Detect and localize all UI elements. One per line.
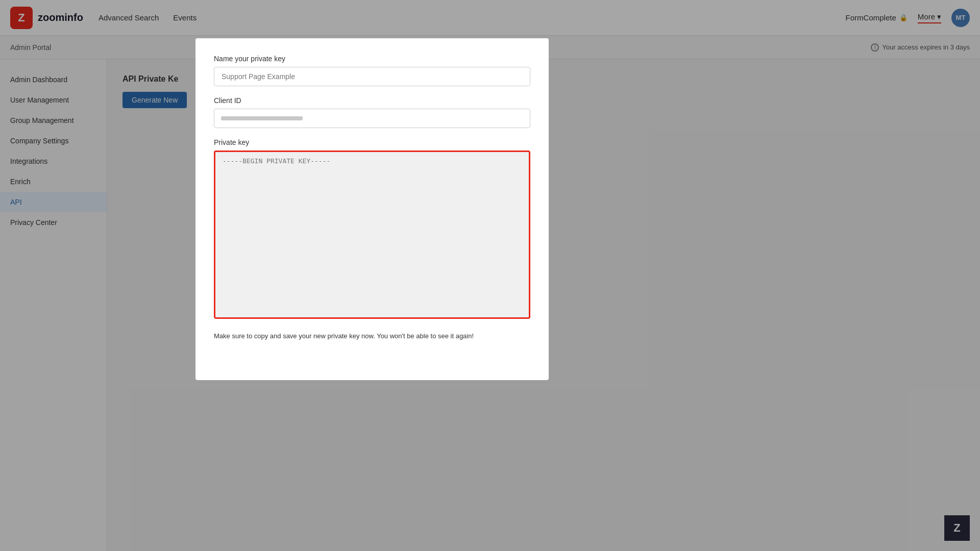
client-id-label: Client ID [214,96,530,105]
name-input[interactable] [214,67,530,86]
name-label: Name your private key [214,55,530,63]
private-key-label: Private key [214,138,530,146]
private-key-textarea[interactable] [214,151,530,319]
name-field-group: Name your private key [214,55,530,86]
client-id-wrapper [214,109,530,128]
api-key-modal: Name your private key Client ID Private … [195,38,549,380]
warning-text: Make sure to copy and save your new priv… [214,331,530,341]
private-key-field-group: Private key [214,138,530,321]
client-id-field-group: Client ID [214,96,530,128]
client-id-masked-bar [221,116,303,120]
